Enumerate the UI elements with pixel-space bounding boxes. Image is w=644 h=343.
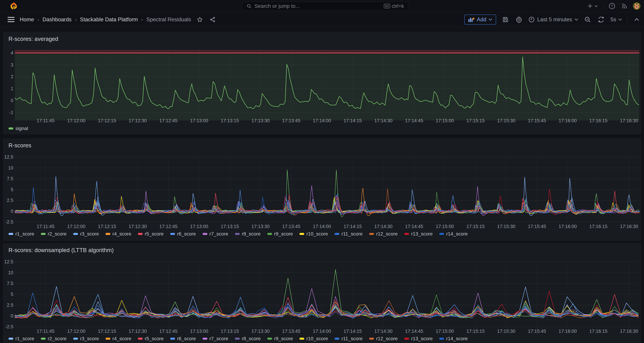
- legend-item-r9_score[interactable]: r9_score: [267, 231, 293, 237]
- refresh-interval-picker[interactable]: 5s: [610, 17, 622, 23]
- x-axis-tick-label: 17:15:15: [462, 329, 489, 334]
- x-axis-tick-label: 17:16:15: [584, 224, 612, 229]
- collapse-toolbar-button[interactable]: [632, 16, 641, 24]
- legend-label: r4_score: [112, 336, 131, 341]
- breadcrumb-folder[interactable]: Stackable Data Platform: [80, 17, 138, 23]
- save-dashboard-button[interactable]: [501, 16, 510, 24]
- breadcrumb-dashboards[interactable]: Dashboards: [42, 17, 72, 23]
- legend-swatch: [267, 338, 272, 340]
- time-range-picker[interactable]: Last 5 minutes: [528, 16, 578, 23]
- mega-menu-toggle[interactable]: [7, 16, 15, 24]
- legend-item-signal[interactable]: signal: [8, 126, 28, 131]
- share-button[interactable]: [208, 16, 217, 24]
- dashboard-settings-button[interactable]: [515, 16, 523, 24]
- legend-item-r14_score[interactable]: r14_score: [439, 336, 468, 341]
- legend-item-r10_score[interactable]: r10_score: [300, 336, 328, 341]
- legend-swatch: [202, 338, 208, 340]
- svg-text:?: ?: [611, 4, 613, 8]
- legend-label: r9_score: [274, 336, 293, 341]
- panel-title[interactable]: R-scores: downsampled (LTTB algorithm): [8, 247, 114, 253]
- legend-item-r4_score[interactable]: r4_score: [106, 336, 131, 341]
- legend-item-r12_score[interactable]: r12_score: [369, 231, 398, 237]
- legend-label: r9_score: [274, 231, 293, 237]
- legend-item-r11_score[interactable]: r11_score: [334, 336, 362, 341]
- legend-item-r1_score[interactable]: r1_score: [8, 231, 34, 237]
- x-axis-tick-label: 17:12:45: [155, 224, 182, 229]
- dashboard-toolbar: Home › Dashboards › Stackable Data Platf…: [0, 12, 644, 27]
- x-axis-tick-label: 17:14:00: [308, 224, 336, 229]
- x-axis-tick-label: 17:11:45: [32, 329, 60, 334]
- legend-swatch: [439, 233, 444, 235]
- x-axis-tick-label: 17:11:45: [32, 118, 60, 123]
- legend-item-r7_score[interactable]: r7_score: [202, 336, 228, 341]
- new-menu-button[interactable]: [587, 2, 599, 10]
- favorite-star-button[interactable]: [196, 16, 204, 24]
- legend-item-r12_score[interactable]: r12_score: [369, 336, 398, 341]
- legend: signal: [8, 126, 28, 131]
- legend-item-r13_score[interactable]: r13_score: [404, 231, 433, 237]
- user-avatar[interactable]: [633, 2, 640, 10]
- legend-item-r10_score[interactable]: r10_score: [300, 231, 328, 237]
- legend-swatch: [439, 338, 444, 340]
- x-axis-tick-label: 17:15:45: [523, 329, 551, 334]
- legend-label: r11_score: [342, 336, 362, 341]
- x-axis-tick-label: 17:14:30: [370, 118, 397, 123]
- x-axis-tick-label: 17:12:00: [62, 118, 90, 123]
- threshold-region-above: [15, 50, 639, 53]
- threshold-region-below: [15, 53, 639, 121]
- add-panel-icon: [468, 17, 475, 22]
- legend-label: r2_score: [48, 231, 66, 237]
- x-axis-tick-label: 17:14:15: [339, 118, 366, 123]
- legend-item-r5_score[interactable]: r5_score: [138, 231, 164, 237]
- legend-item-r3_score[interactable]: r3_score: [73, 231, 99, 237]
- panel-title[interactable]: R-scores: [8, 142, 31, 149]
- legend-item-r13_score[interactable]: r13_score: [404, 336, 433, 341]
- x-axis-tick-label: 17:15:30: [492, 118, 520, 123]
- legend-item-r1_score[interactable]: r1_score: [8, 336, 34, 341]
- legend-item-r6_score[interactable]: r6_score: [170, 231, 196, 237]
- legend-item-r5_score[interactable]: r5_score: [138, 336, 164, 341]
- x-axis-tick-label: 17:12:00: [62, 329, 90, 334]
- legend-item-r8_score[interactable]: r8_score: [235, 336, 261, 341]
- legend-item-r11_score[interactable]: r11_score: [334, 231, 362, 237]
- breadcrumb-current: Spectral Residuals: [146, 17, 191, 23]
- legend-item-r14_score[interactable]: r14_score: [439, 231, 468, 237]
- legend-label: r14_score: [446, 336, 468, 341]
- legend-item-r3_score[interactable]: r3_score: [73, 336, 99, 341]
- x-axis-tick-label: 17:14:45: [400, 118, 428, 123]
- x-axis-tick-label: 17:16:15: [584, 329, 612, 334]
- x-axis-tick-label: 17:14:00: [308, 329, 336, 334]
- refresh-button[interactable]: [597, 16, 605, 24]
- panel-r-scores-downsampled: R-scores: downsampled (LTTB algorithm) 1…: [3, 243, 641, 343]
- legend-item-r2_score[interactable]: r2_score: [41, 231, 66, 237]
- x-axis-tick-label: 17:13:30: [247, 329, 274, 334]
- x-axis-tick-label: 17:14:00: [308, 118, 336, 123]
- x-axis-tick-label: 17:14:45: [400, 329, 428, 334]
- x-axis-tick-label: 17:13:45: [278, 224, 305, 229]
- x-axis-tick-label: 17:13:45: [278, 329, 305, 334]
- search-input[interactable]: Search or jump to... ctrl+k: [242, 2, 408, 11]
- y-axis-tick-label: 0: [3, 209, 13, 214]
- legend-label: r8_score: [242, 231, 261, 237]
- legend-item-r9_score[interactable]: r9_score: [267, 336, 293, 341]
- legend-item-r7_score[interactable]: r7_score: [202, 231, 228, 237]
- x-axis-tick-label: 17:12:30: [124, 118, 152, 123]
- x-axis-tick-label: 17:13:00: [185, 329, 213, 334]
- legend-swatch: [8, 233, 13, 235]
- breadcrumb-home[interactable]: Home: [20, 17, 34, 23]
- legend-item-r4_score[interactable]: r4_score: [106, 231, 131, 237]
- legend-item-r8_score[interactable]: r8_score: [235, 231, 261, 237]
- add-panel-button[interactable]: Add: [464, 15, 496, 25]
- legend-item-r2_score[interactable]: r2_score: [41, 336, 66, 341]
- grafana-logo-icon[interactable]: [10, 2, 18, 10]
- legend-item-r6_score[interactable]: r6_score: [170, 336, 196, 341]
- legend-swatch: [334, 338, 340, 340]
- help-icon[interactable]: ?: [608, 2, 616, 10]
- legend-label: r4_score: [112, 231, 131, 237]
- grafana-dashboard: Search or jump to... ctrl+k: [0, 0, 644, 343]
- topbar-actions: ?: [587, 0, 640, 12]
- x-axis-tick-label: 17:15:00: [431, 118, 459, 123]
- panel-title[interactable]: R-scores: averaged: [8, 36, 58, 42]
- zoom-out-button[interactable]: [584, 16, 592, 24]
- news-rss-icon[interactable]: [620, 2, 628, 10]
